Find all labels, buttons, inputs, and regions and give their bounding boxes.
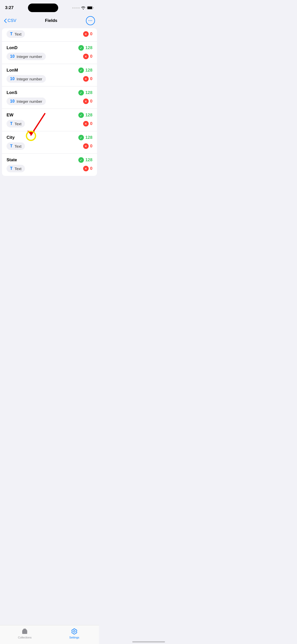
status-icons [72, 6, 94, 10]
x-icon: ✕ [83, 143, 89, 149]
field-name: LonM [7, 68, 18, 73]
valid-stat: ✓ 128 [78, 135, 92, 140]
field-top: EW ✓ 128 [7, 112, 92, 118]
invalid-count: 0 [90, 144, 92, 149]
type-label: Text [15, 32, 22, 36]
type-icon: 10 [10, 99, 15, 104]
field-bottom: T Text ✕ 0 [7, 165, 92, 172]
field-top: State ✓ 128 [7, 157, 92, 163]
nav-bar: CSV Fields ··· [0, 14, 99, 28]
field-name: LonS [7, 90, 17, 95]
status-bar: 3:27 [0, 0, 99, 14]
type-badge: T Text [7, 120, 25, 127]
field-bottom: 10 Integer number ✕ 0 [7, 53, 92, 60]
wifi-icon [81, 6, 85, 10]
x-icon: ✕ [83, 121, 89, 126]
type-badge: 10 Integer number [7, 75, 46, 83]
type-label: Text [15, 122, 22, 126]
back-chevron-icon [4, 19, 7, 23]
valid-stat: ✓ 128 [78, 45, 92, 51]
field-row: LonM ✓ 128 10 Integer number ✕ 0 [2, 64, 97, 86]
field-top: LonS ✓ 128 [7, 90, 92, 95]
type-badge: T Text [7, 165, 25, 172]
invalid-count: 0 [90, 99, 92, 104]
type-icon: 10 [10, 54, 15, 59]
x-icon: ✕ [83, 99, 89, 104]
type-badge: 10 Integer number [7, 98, 46, 105]
valid-count: 128 [85, 135, 92, 140]
check-icon: ✓ [78, 112, 84, 118]
invalid-stat: ✕ 0 [83, 99, 92, 104]
valid-count: 128 [85, 113, 92, 118]
valid-count: 128 [85, 90, 92, 95]
x-icon: ✕ [83, 166, 89, 171]
field-name: LonD [7, 45, 17, 50]
invalid-count: 0 [90, 76, 92, 81]
field-bottom: T Text ✕ 0 [7, 142, 92, 150]
x-icon: ✕ [83, 76, 89, 82]
type-icon: T [10, 121, 13, 126]
back-button[interactable]: CSV [4, 18, 16, 23]
field-bottom: T Text ✕ 0 [7, 30, 92, 38]
field-top: City ✓ 128 [7, 135, 92, 140]
type-label: Text [15, 144, 22, 148]
field-row: EW ✓ 128 T Text ✕ 0 [2, 109, 97, 131]
field-name: City [7, 135, 15, 140]
type-badge: T Text [7, 30, 25, 38]
status-time: 3:27 [5, 5, 14, 10]
type-label: Integer number [17, 54, 42, 59]
page-title: Fields [45, 18, 57, 23]
signal-icon [72, 7, 80, 9]
field-bottom: T Text ✕ 0 [7, 120, 92, 127]
battery-icon [87, 6, 94, 10]
invalid-count: 0 [90, 31, 92, 37]
type-icon: T [10, 166, 13, 171]
type-label: Integer number [17, 99, 42, 104]
invalid-stat: ✕ 0 [83, 31, 92, 37]
valid-stat: ✓ 128 [78, 112, 92, 118]
x-icon: ✕ [83, 31, 89, 37]
dynamic-island [28, 4, 58, 12]
back-label: CSV [8, 18, 16, 23]
invalid-count: 0 [90, 121, 92, 126]
check-icon: ✓ [78, 68, 84, 73]
field-stats: ✕ 0 [83, 31, 92, 37]
field-top: LonM ✓ 128 [7, 68, 92, 73]
valid-count: 128 [85, 157, 92, 163]
check-icon: ✓ [78, 45, 84, 51]
x-icon: ✕ [83, 54, 89, 59]
type-label: Integer number [17, 77, 42, 81]
type-label: Text [15, 167, 22, 171]
invalid-stat: ✕ 0 [83, 76, 92, 82]
valid-count: 128 [85, 68, 92, 73]
field-name: State [7, 157, 17, 163]
valid-stat: ✓ 128 [78, 90, 92, 95]
field-row: LonS ✓ 128 10 Integer number ✕ 0 [2, 86, 97, 109]
field-row: State ✓ 128 T Text ✕ 0 [2, 154, 97, 176]
field-row: T Text ✕ 0 [2, 28, 97, 42]
field-row: LonD ✓ 128 10 Integer number ✕ 0 [2, 42, 97, 64]
invalid-count: 0 [90, 54, 92, 59]
fields-list: T Text ✕ 0 LonD ✓ 128 [2, 28, 97, 176]
valid-stat: ✓ 128 [78, 157, 92, 163]
invalid-stat: ✕ 0 [83, 166, 92, 171]
field-name: EW [7, 113, 13, 118]
more-icon: ··· [88, 19, 92, 23]
type-badge: T Text [7, 142, 25, 150]
invalid-stat: ✕ 0 [83, 143, 92, 149]
valid-count: 128 [85, 45, 92, 50]
more-button[interactable]: ··· [86, 16, 95, 25]
field-row-city: City ✓ 128 T Text ✕ 0 [2, 131, 97, 154]
type-icon: T [10, 144, 13, 148]
field-top: LonD ✓ 128 [7, 45, 92, 51]
type-icon: T [10, 32, 13, 36]
invalid-stat: ✕ 0 [83, 54, 92, 59]
valid-stat: ✓ 128 [78, 68, 92, 73]
svg-rect-1 [87, 7, 92, 9]
check-icon: ✓ [78, 90, 84, 95]
field-bottom: 10 Integer number ✕ 0 [7, 75, 92, 83]
main-scroll: T Text ✕ 0 LonD ✓ 128 [0, 28, 99, 199]
invalid-count: 0 [90, 166, 92, 171]
check-icon: ✓ [78, 157, 84, 163]
check-icon: ✓ [78, 135, 84, 140]
